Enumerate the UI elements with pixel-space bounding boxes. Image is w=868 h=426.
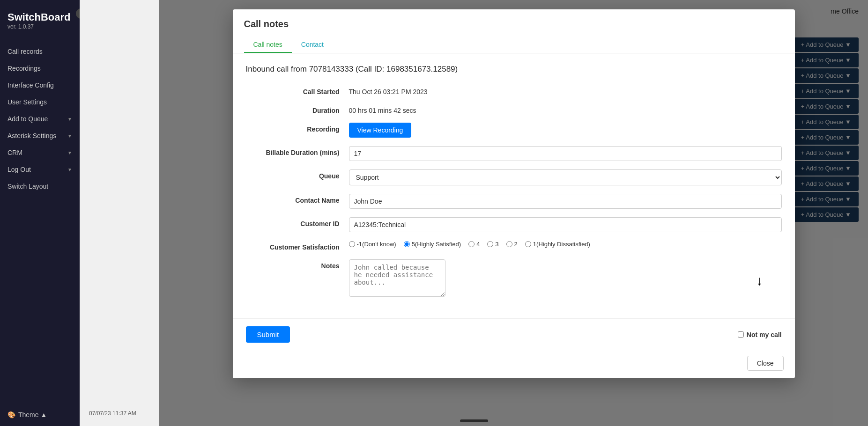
satisfaction-label-1: 1(Highly Dissatisfied) [533,241,590,248]
arrow-icon: ↓ [757,273,763,288]
satisfaction-radio-1[interactable] [525,241,531,247]
duration-label: Duration [246,104,349,114]
satisfaction-option-3[interactable]: 3 [487,241,498,248]
recording-row: Recording View Recording [246,123,782,138]
call-started-row: Call Started Thu Oct 26 03:21 PM 2023 [246,85,782,95]
satisfaction-option-4[interactable]: 4 [468,241,480,248]
sidebar-nav: Call records Recordings Interface Config… [0,43,80,195]
contact-name-row: Contact Name [246,194,782,209]
satisfaction-radio-neg1[interactable] [349,241,355,247]
satisfaction-radio-5[interactable] [404,241,410,247]
customer-id-label: Customer ID [246,217,349,228]
queue-label: Queue [246,169,349,180]
call-title: Inbound call from 7078143333 (Call ID: 1… [246,65,782,74]
modal-body: Inbound call from 7078143333 (Call ID: 1… [233,53,795,318]
sidebar-item-crm[interactable]: CRM ▼ [0,144,80,161]
sidebar-item-call-records[interactable]: Call records [0,43,80,60]
recording-label: Recording [246,123,349,133]
brand-title: SwitchBoard [7,11,72,23]
sidebar-footer: 🎨 Theme ▲ [0,411,80,419]
modal-overlay: Call notes Call notes Contact Inbound ca… [159,0,868,426]
billable-duration-row: Billable Duration (mins) [246,146,782,161]
modal-title: Call notes [244,19,784,29]
sidebar-item-label: CRM [7,149,22,156]
theme-toggle[interactable]: 🎨 Theme ▲ [7,411,72,419]
chevron-down-icon: ▼ [67,167,72,172]
sidebar-item-switch-layout[interactable]: Switch Layout [0,178,80,195]
bg-timestamp: 07/07/23 11:37 AM [89,410,136,417]
satisfaction-group: -1(Don't know) 5(Highly Satisfied) 4 [349,241,782,248]
close-button[interactable]: Close [747,356,784,371]
palette-icon: 🎨 [7,411,15,419]
notes-row: Notes ↓ [246,259,782,299]
sidebar-item-label: Add to Queue [7,115,48,123]
sidebar-item-label: Recordings [7,65,41,72]
billable-duration-input[interactable] [349,146,782,161]
notes-textarea[interactable] [349,259,445,297]
main-content: me Office + Add to Queue ▼ + Add to Queu… [80,0,868,426]
sidebar-item-label: User Settings [7,98,47,106]
sidebar-item-label: Switch Layout [7,183,48,190]
theme-label: Theme ▲ [18,411,47,419]
queue-row: Queue Support Sales Technical Billing [246,169,782,185]
sidebar-item-label: Log Out [7,166,31,173]
satisfaction-label-neg1: -1(Don't know) [357,241,396,248]
brand-version: ver. 1.0.37 [7,23,72,30]
duration-row: Duration 00 hrs 01 mins 42 secs [246,104,782,114]
not-my-call-checkbox[interactable] [738,331,744,338]
view-recording-button[interactable]: View Recording [349,123,412,138]
modal-footer: Submit Not my call [233,318,795,350]
notes-label: Notes [246,259,349,270]
notes-container: ↓ [349,259,782,299]
chevron-down-icon: ▼ [67,133,72,139]
satisfaction-option-1[interactable]: 1(Highly Dissatisfied) [525,241,590,248]
satisfaction-label-2: 2 [514,241,518,248]
tab-contact[interactable]: Contact [292,37,333,53]
sidebar-brand: SwitchBoard ver. 1.0.37 [0,7,80,32]
duration-value: 00 hrs 01 mins 42 secs [349,104,782,114]
sidebar-item-label: Call records [7,48,43,55]
customer-id-input[interactable] [349,217,782,232]
sidebar-item-label: Asterisk Settings [7,132,56,140]
satisfaction-label: Customer Satisfaction [246,241,349,251]
sidebar: SwitchBoard ver. 1.0.37 ‹ Call records R… [0,0,80,426]
satisfaction-radio-3[interactable] [487,241,493,247]
modal-tabs: Call notes Contact [244,37,784,53]
tab-call-notes[interactable]: Call notes [244,37,292,53]
satisfaction-row: Customer Satisfaction -1(Don't know) 5(H… [246,241,782,251]
sidebar-item-label: Interface Config [7,81,54,89]
not-my-call-label: Not my call [747,331,782,338]
satisfaction-option-5[interactable]: 5(Highly Satisfied) [404,241,461,248]
satisfaction-radio-4[interactable] [468,241,475,247]
satisfaction-radio-2[interactable] [506,241,512,247]
contact-name-label: Contact Name [246,194,349,204]
satisfaction-option-2[interactable]: 2 [506,241,518,248]
queue-select[interactable]: Support Sales Technical Billing [349,169,782,185]
satisfaction-label-3: 3 [495,241,498,248]
sidebar-item-recordings[interactable]: Recordings [0,60,80,77]
modal-close-row: Close [233,350,795,378]
satisfaction-label-4: 4 [476,241,480,248]
call-started-label: Call Started [246,85,349,95]
chevron-down-icon: ▼ [67,117,72,122]
sidebar-item-interface-config[interactable]: Interface Config [0,77,80,94]
modal-header: Call notes Call notes Contact [233,9,795,53]
not-my-call-checkbox-label[interactable]: Not my call [738,331,782,338]
sidebar-item-add-to-queue[interactable]: Add to Queue ▼ [0,110,80,127]
contact-name-input[interactable] [349,194,782,209]
call-started-value: Thu Oct 26 03:21 PM 2023 [349,85,782,95]
satisfaction-label-5: 5(Highly Satisfied) [412,241,461,248]
chevron-down-icon: ▼ [67,150,72,155]
satisfaction-option-neg1[interactable]: -1(Don't know) [349,241,396,248]
sidebar-item-log-out[interactable]: Log Out ▼ [0,161,80,178]
submit-button[interactable]: Submit [246,326,290,343]
billable-duration-label: Billable Duration (mins) [246,146,349,156]
sidebar-item-asterisk-settings[interactable]: Asterisk Settings ▼ [0,127,80,144]
customer-id-row: Customer ID [246,217,782,232]
call-notes-modal: Call notes Call notes Contact Inbound ca… [233,9,795,378]
sidebar-item-user-settings[interactable]: User Settings [0,94,80,110]
